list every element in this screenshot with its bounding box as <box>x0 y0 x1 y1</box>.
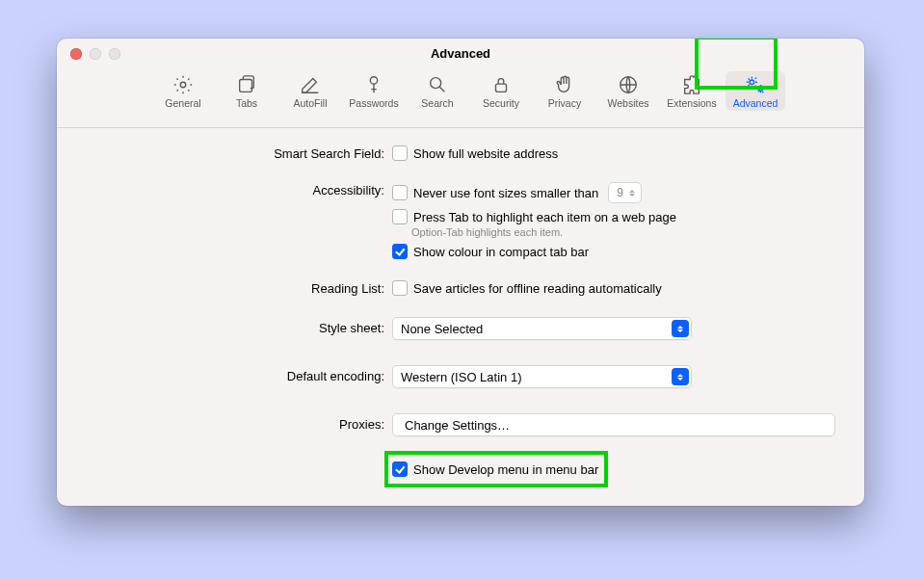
default-encoding-select[interactable]: Western (ISO Latin 1) <box>392 365 692 388</box>
window-title: Advanced <box>57 46 864 61</box>
checkbox-label: Save articles for offline reading automa… <box>413 281 662 296</box>
puzzle-icon <box>681 74 702 95</box>
tab-websites[interactable]: Websites <box>598 71 658 111</box>
gears-icon <box>744 74 767 95</box>
titlebar: Advanced <box>57 39 864 66</box>
checkbox-develop-menu[interactable] <box>392 461 408 477</box>
hand-icon <box>554 74 575 95</box>
globe-icon <box>618 74 639 95</box>
svg-point-2 <box>370 77 377 84</box>
stepper-value: 9 <box>617 186 623 199</box>
gear-icon <box>172 74 194 95</box>
hint-option-tab: Option-Tab highlights each item. <box>411 226 835 238</box>
tab-label: Passwords <box>349 97 398 109</box>
row-default-encoding: Default encoding: Western (ISO Latin 1) <box>86 365 835 388</box>
search-icon <box>427 74 448 95</box>
checkbox-label: Show Develop menu in menu bar <box>413 462 598 477</box>
row-proxies: Proxies: Change Settings… <box>86 413 835 436</box>
lock-icon <box>490 74 512 95</box>
checkbox-press-tab[interactable] <box>392 209 408 224</box>
label-default-encoding: Default encoding: <box>86 365 392 383</box>
svg-point-6 <box>750 80 754 85</box>
svg-rect-1 <box>240 80 252 92</box>
label-accessibility: Accessibility: <box>86 182 392 197</box>
min-font-size-stepper[interactable]: 9 <box>608 182 642 203</box>
svg-point-7 <box>759 88 763 92</box>
tab-tabs[interactable]: Tabs <box>217 71 277 111</box>
tab-security[interactable]: Security <box>471 71 531 111</box>
chevron-updown-icon <box>672 368 689 385</box>
tabs-icon <box>236 74 257 95</box>
select-value: Western (ISO Latin 1) <box>401 370 521 384</box>
checkbox-label: Press Tab to highlight each item on a we… <box>413 210 676 224</box>
checkbox-show-full-address[interactable] <box>392 145 408 161</box>
chevron-updown-icon <box>672 320 689 337</box>
tab-label: AutoFill <box>293 97 327 109</box>
label-proxies: Proxies: <box>86 413 392 432</box>
svg-point-0 <box>180 82 186 88</box>
tab-label: Security <box>483 97 519 109</box>
label-reading-list: Reading List: <box>86 280 392 296</box>
checkbox-label: Never use font sizes smaller than <box>413 186 598 200</box>
tab-label: Tabs <box>236 97 257 109</box>
tab-privacy[interactable]: Privacy <box>535 71 594 111</box>
row-smart-search: Smart Search Field: Show full website ad… <box>86 145 835 161</box>
row-develop-menu: Show Develop menu in menu bar <box>86 461 835 477</box>
chevron-updown-icon <box>627 190 637 197</box>
advanced-pane: Smart Search Field: Show full website ad… <box>57 128 864 506</box>
tab-general[interactable]: General <box>153 71 213 111</box>
svg-point-3 <box>431 78 441 89</box>
tab-extensions[interactable]: Extensions <box>662 71 722 111</box>
tab-label: Websites <box>608 97 649 109</box>
label-smart-search: Smart Search Field: <box>86 145 392 161</box>
tab-advanced[interactable]: Advanced <box>726 71 785 111</box>
tab-passwords[interactable]: Passwords <box>344 71 404 111</box>
tab-search[interactable]: Search <box>408 71 467 111</box>
tab-label: Privacy <box>548 97 581 109</box>
tab-label: Extensions <box>667 97 716 109</box>
label-style-sheet: Style sheet: <box>86 317 392 335</box>
row-style-sheet: Style sheet: None Selected <box>86 317 835 340</box>
style-sheet-select[interactable]: None Selected <box>392 317 692 340</box>
change-proxy-settings-button[interactable]: Change Settings… <box>392 413 835 436</box>
tab-autofill[interactable]: AutoFill <box>280 71 340 111</box>
svg-rect-4 <box>496 84 507 92</box>
checkbox-min-font-size[interactable] <box>392 185 408 200</box>
select-value: None Selected <box>401 322 483 336</box>
row-reading-list: Reading List: Save articles for offline … <box>86 280 835 296</box>
checkbox-compact-color[interactable] <box>392 244 408 259</box>
tab-label: General <box>165 97 200 109</box>
preferences-window: Advanced General Tabs AutoFill Passwords <box>57 39 864 506</box>
checkbox-offline-reading[interactable] <box>392 280 408 296</box>
tab-label: Search <box>421 97 453 109</box>
checkbox-label: Show colour in compact tab bar <box>413 245 589 259</box>
checkbox-label: Show full website address <box>413 146 558 161</box>
preferences-toolbar: General Tabs AutoFill Passwords Search <box>57 66 864 128</box>
tab-label: Advanced <box>733 97 779 109</box>
button-label: Change Settings… <box>405 418 510 433</box>
key-icon <box>363 74 384 95</box>
row-accessibility: Accessibility: Never use font sizes smal… <box>86 182 835 259</box>
pencil-icon <box>300 74 321 95</box>
